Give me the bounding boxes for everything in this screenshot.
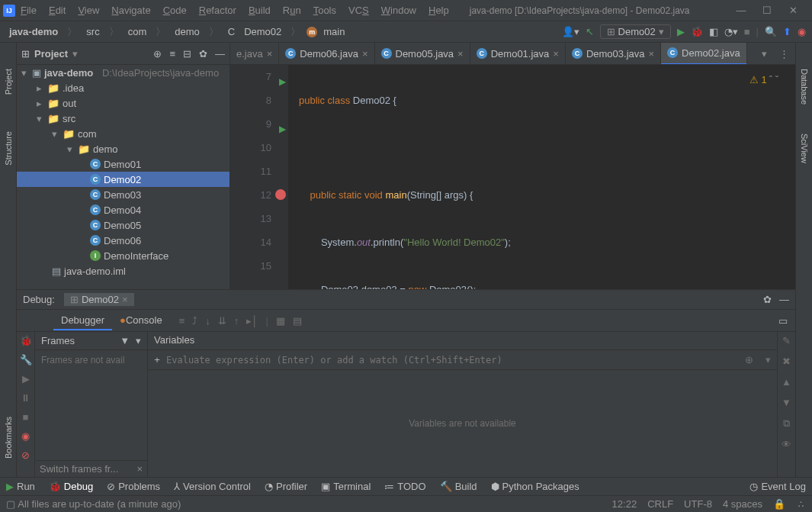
tree-demo02[interactable]: CDemo02 (17, 172, 229, 187)
frames-footer[interactable]: Switch frames fr... (40, 463, 118, 475)
layout-icon[interactable]: ▭ (778, 315, 795, 327)
debug-hide-icon[interactable]: — (779, 294, 789, 305)
bottom-vcs[interactable]: ⅄Version Control (174, 481, 251, 492)
menu-refactor[interactable]: Refactor (194, 3, 242, 18)
bottom-debug[interactable]: 🐞Debug (49, 481, 93, 492)
crumb-com[interactable]: com (125, 25, 150, 38)
status-encoding[interactable]: UTF-8 (684, 498, 712, 510)
tree-iml[interactable]: ▤java-demo.iml (17, 263, 229, 279)
crumb-src[interactable]: src (83, 25, 102, 38)
tree-root[interactable]: ▾▣java-demo D:\IdeaProjects\java-demo (17, 65, 229, 80)
hide-icon[interactable]: — (215, 48, 225, 60)
code-text[interactable]: public class Demo02 { public static void… (288, 65, 795, 289)
tree-demo06[interactable]: CDemo06 (17, 233, 229, 248)
stop-icon[interactable]: ■ (23, 411, 29, 423)
inspection-widget[interactable]: ⚠1ˆ ˇ (749, 68, 778, 92)
run-config-selector[interactable]: ⊞Demo02▾ (600, 24, 671, 39)
down-icon[interactable]: ▼ (782, 397, 791, 408)
search-icon[interactable]: 🔍 (765, 26, 777, 37)
ide-icon[interactable]: ◉ (798, 26, 806, 37)
tree-demo[interactable]: ▾📁demo (17, 141, 229, 156)
step-into-icon[interactable]: ↓ (205, 315, 210, 327)
menu-code[interactable]: Code (158, 3, 192, 18)
show-icon[interactable]: 👁 (782, 439, 791, 450)
sync-icon[interactable]: ⬆ (783, 26, 791, 37)
evaluate-input[interactable] (166, 355, 739, 365)
evaluate-icon[interactable]: ▦ (276, 315, 285, 327)
tree-idea[interactable]: ▸📁.idea (17, 80, 229, 95)
bottom-build[interactable]: 🔨Build (440, 481, 477, 492)
select-opened-icon[interactable]: ⊕ (153, 48, 162, 60)
run-button[interactable]: ▶ (677, 26, 685, 37)
run-gutter-icon[interactable]: ▶ (279, 70, 286, 94)
crumb-project[interactable]: java-demo (6, 25, 61, 38)
frames-dropdown-icon[interactable]: ▾ (136, 335, 141, 346)
menu-edit[interactable]: Edit (43, 3, 71, 18)
maximize-button[interactable]: ☐ (757, 5, 777, 16)
project-view-label[interactable]: Project (34, 48, 68, 60)
tab-sciview[interactable]: SciView (798, 130, 810, 166)
status-indent[interactable]: 4 spaces (723, 498, 762, 510)
filter-icon[interactable]: ▼ (120, 335, 130, 346)
lock-icon[interactable]: 🔒 (773, 498, 785, 510)
expand-all-icon[interactable]: ≡ (169, 48, 175, 60)
stop-button[interactable]: ■ (744, 26, 750, 37)
tab-project[interactable]: Project (2, 66, 14, 98)
watch-add-icon[interactable]: ⊕ (739, 354, 759, 365)
close-button[interactable]: ✕ (783, 5, 803, 16)
watch-dropdown-icon[interactable]: ▾ (759, 354, 777, 365)
rerun-icon[interactable]: 🐞 (20, 335, 32, 346)
tree-src[interactable]: ▾📁src (17, 111, 229, 126)
add-user-icon[interactable]: 👤▾ (562, 26, 579, 37)
crumb-method[interactable]: main (320, 25, 348, 38)
mute-bp-icon[interactable]: ⊘ (21, 449, 30, 461)
step-icon[interactable]: ≡ (179, 315, 185, 327)
add-watch-icon[interactable]: + (148, 354, 166, 365)
profiler-icon[interactable]: ◔▾ (724, 26, 738, 37)
pause-icon[interactable]: ⏸ (21, 392, 30, 404)
menu-build[interactable]: Build (243, 3, 276, 18)
minimize-button[interactable]: — (731, 5, 751, 16)
tree-demo03[interactable]: CDemo03 (17, 187, 229, 202)
menu-tools[interactable]: Tools (308, 3, 342, 18)
run-gutter-icon[interactable]: ▶ (279, 118, 286, 141)
tree-demo04[interactable]: CDemo04 (17, 202, 229, 217)
tabs-dropdown-icon[interactable]: ▾ (756, 48, 773, 60)
new-watch-icon[interactable]: ✎ (782, 335, 791, 346)
tab-demo02[interactable]: CDemo02.java (661, 43, 747, 65)
crumb-demo[interactable]: demo (172, 25, 203, 38)
menu-help[interactable]: Help (423, 3, 454, 18)
crumb-class[interactable]: Demo02 (241, 25, 284, 38)
bottom-todo[interactable]: ≔TODO (384, 481, 425, 492)
run-to-cursor-icon[interactable]: ▸│ (246, 315, 258, 327)
bottom-problems[interactable]: ⊘Problems (107, 481, 160, 492)
menu-vcs[interactable]: VCS (343, 3, 374, 18)
bottom-eventlog[interactable]: ◷Event Log (749, 481, 806, 492)
tab-bookmarks[interactable]: Bookmarks (2, 414, 14, 462)
tab-demo03[interactable]: CDemo03.java× (566, 43, 661, 65)
memory-icon[interactable]: ⛬ (796, 498, 806, 510)
tab-demo06[interactable]: CDemo06.java× (279, 43, 374, 65)
breakpoints-icon[interactable]: ◉ (21, 430, 30, 442)
status-icon[interactable]: ▢ (6, 498, 15, 510)
step-out-icon[interactable]: ↑ (234, 315, 239, 327)
tab-demo05[interactable]: CDemo05.java× (375, 43, 470, 65)
resume-icon[interactable]: ▶ (22, 373, 30, 385)
coverage-icon[interactable]: ◧ (709, 26, 718, 37)
force-step-icon[interactable]: ⇊ (218, 315, 226, 327)
tree-demo05[interactable]: CDemo05 (17, 217, 229, 233)
tree-com[interactable]: ▾📁com (17, 126, 229, 141)
step-over-icon[interactable]: ⤴ (192, 315, 197, 327)
tab-demo01[interactable]: CDemo01.java× (470, 43, 566, 65)
gutter[interactable]: 7▶ 8 9▶ 10 11 12 13 14 15 (230, 65, 288, 289)
tab-partial[interactable]: e.java× (230, 43, 279, 65)
copy-icon[interactable]: ⧉ (783, 417, 790, 430)
modify-icon[interactable]: 🔧 (20, 354, 32, 365)
debug-settings-icon[interactable]: ✿ (763, 294, 772, 305)
bottom-pypkg[interactable]: ⬢Python Packages (491, 481, 579, 492)
bottom-terminal[interactable]: ▣Terminal (321, 481, 371, 492)
tabs-more-icon[interactable]: ⋮ (773, 48, 795, 60)
menu-window[interactable]: Window (376, 3, 422, 18)
bottom-run[interactable]: ▶Run (6, 481, 35, 492)
menu-file[interactable]: File (15, 3, 42, 18)
